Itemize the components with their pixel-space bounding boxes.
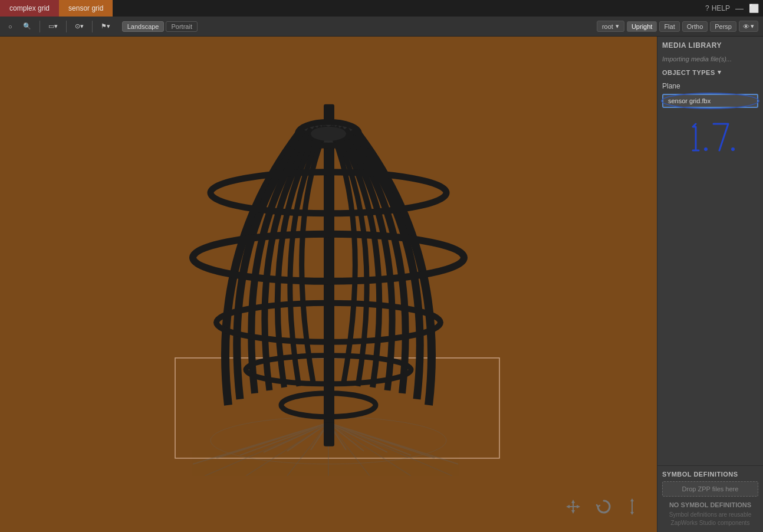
svg-line-3 <box>240 423 328 455</box>
svg-line-20 <box>328 423 452 476</box>
svg-line-19 <box>328 423 411 476</box>
landscape-button[interactable]: Landscape <box>122 21 165 32</box>
3d-object-container <box>146 75 511 478</box>
eye-icon: 👁 <box>743 23 749 30</box>
move-control-icon[interactable] <box>564 497 583 520</box>
plane-label: Plane <box>657 80 763 91</box>
minimize-button[interactable]: — <box>735 4 744 13</box>
tab-sensor-grid-label: sensor grid <box>68 4 103 12</box>
landscape-label: Landscape <box>127 23 159 30</box>
rotate-control-icon[interactable] <box>594 497 613 520</box>
svg-point-33 <box>704 147 708 151</box>
toolbar: ○ 🔍 ▭▾ ⊙▾ ⚑▾ Landscape Portrait root ▾ U… <box>0 17 763 37</box>
help-label: HELP <box>712 4 730 12</box>
svg-rect-30 <box>324 402 334 423</box>
object-types-chevron-icon: ▾ <box>718 68 722 76</box>
svg-line-2 <box>216 423 328 458</box>
ortho-button[interactable]: Ortho <box>682 21 708 32</box>
root-select[interactable]: root ▾ <box>597 21 624 32</box>
svg-point-34 <box>731 147 735 151</box>
persp-button[interactable]: Persp <box>710 21 736 32</box>
annotation-area <box>657 110 763 293</box>
viewport[interactable] <box>0 37 657 532</box>
toolbar-search-icon[interactable]: 🔍 <box>19 21 35 31</box>
flat-button[interactable]: Flat <box>659 21 679 32</box>
maximize-button[interactable]: ⬜ <box>749 4 758 13</box>
right-panel-spacer <box>657 293 763 465</box>
3d-object-svg <box>146 75 511 476</box>
top-right-buttons: ? HELP — ⬜ <box>705 4 763 13</box>
root-label: root <box>602 23 613 30</box>
help-button[interactable]: ? HELP <box>705 4 730 12</box>
symbol-definitions-section: SYMBOL DEFINITIONS Drop ZPP files here N… <box>657 465 763 532</box>
toolbar-layers-icon[interactable]: ⊙▾ <box>71 21 87 31</box>
portrait-label: Portrait <box>171 23 192 30</box>
svg-line-10 <box>328 423 387 452</box>
persp-label: Persp <box>715 23 732 30</box>
importing-status: Importing media file(s)... <box>657 53 763 65</box>
media-library-title: MEDIA LIBRARY <box>657 37 763 53</box>
view-mode-buttons: Landscape Portrait <box>122 21 198 32</box>
tab-complex-grid[interactable]: complex grid <box>0 0 59 17</box>
main-area: MEDIA LIBRARY Importing media file(s)...… <box>0 37 763 532</box>
tab-sensor-grid[interactable]: sensor grid <box>59 0 113 17</box>
toolbar-separator-2 <box>66 21 67 32</box>
ortho-label: Ortho <box>687 23 703 30</box>
viewport-controls <box>564 497 639 520</box>
svg-point-32 <box>311 127 346 141</box>
flat-label: Flat <box>664 23 675 30</box>
annotation-svg <box>681 115 740 162</box>
sensor-grid-item[interactable]: sensor grid.fbx <box>662 94 758 108</box>
object-types-header[interactable]: OBJECT TYPES ▾ <box>657 65 763 80</box>
right-panel: MEDIA LIBRARY Importing media file(s)...… <box>657 37 763 532</box>
scale-control-icon[interactable] <box>625 497 639 520</box>
toolbar-separator-1 <box>40 21 40 32</box>
toolbar-right: root ▾ Upright Flat Ortho Persp 👁 ▾ <box>597 21 758 32</box>
help-icon: ? <box>705 4 709 12</box>
toolbar-flag-icon[interactable]: ⚑▾ <box>97 21 114 31</box>
svg-line-14 <box>205 423 328 476</box>
upright-button[interactable]: Upright <box>627 21 657 32</box>
drop-zpp-area[interactable]: Drop ZPP files here <box>662 481 758 497</box>
eye-dropdown-icon: ▾ <box>751 22 754 30</box>
object-types-label: OBJECT TYPES <box>662 69 715 76</box>
top-tab-bar: complex grid sensor grid ? HELP — ⬜ <box>0 0 763 17</box>
symbol-definitions-title: SYMBOL DEFINITIONS <box>662 471 758 478</box>
tab-complex-grid-label: complex grid <box>9 4 50 12</box>
upright-label: Upright <box>632 23 652 30</box>
portrait-button[interactable]: Portrait <box>166 21 197 32</box>
symbol-definitions-description: Symbol definitions are reusable ZapWorks… <box>662 511 758 527</box>
toolbar-separator-3 <box>92 21 93 32</box>
root-chevron-icon: ▾ <box>616 22 619 30</box>
svg-line-15 <box>246 423 328 476</box>
toolbar-circle-icon[interactable]: ○ <box>5 22 16 31</box>
eye-button[interactable]: 👁 ▾ <box>739 21 758 32</box>
toolbar-add-icon[interactable]: ▭▾ <box>45 21 61 31</box>
no-symbol-definitions-label: NO SYMBOL DEFINITIONS <box>662 501 758 508</box>
